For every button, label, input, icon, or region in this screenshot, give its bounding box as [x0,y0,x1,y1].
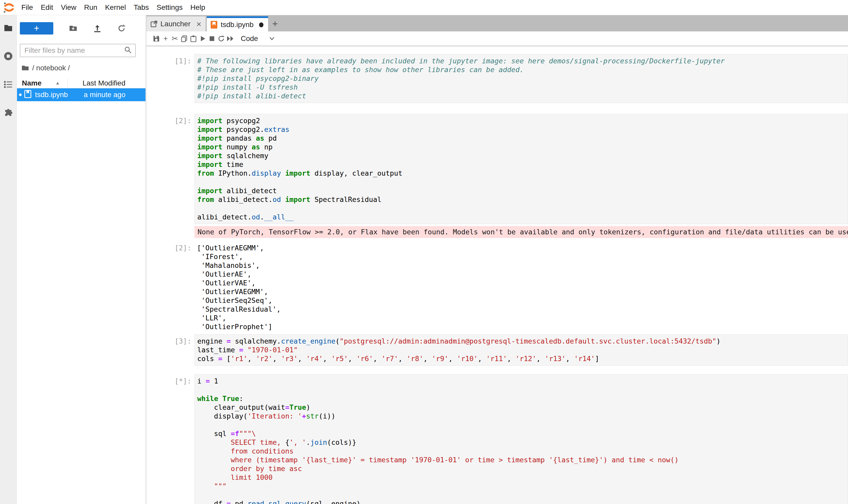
tabs: Launcher×tsdb.ipynb [146,16,269,32]
launcher-icon [150,21,157,28]
restart-icon[interactable] [217,34,226,44]
dock-tab-bar: Launcher×tsdb.ipynb + [146,15,848,32]
notebook-panel: [1]:# The following libraries have alrea… [146,46,848,504]
code-line: last_time = "1970-01-01" [197,346,848,354]
menu-item-view[interactable]: View [57,0,80,15]
code-line: #!pip install alibi-detect [197,92,848,101]
output-prompt: [2]: [146,241,194,331]
code-line: where (timestamp '{last_time}' = timesta… [197,455,848,464]
tab-label: tsdb.ipynb [221,21,259,29]
code-line: limit 1000 [197,473,848,482]
restart-run-all-icon[interactable] [226,34,235,44]
cell-editor[interactable]: import psycopg2import psycopg2.extrasimp… [194,114,848,224]
code-cell: [1]:# The following libraries have alrea… [146,54,848,103]
file-list: tsdb.ipynba minute ago [17,88,145,101]
stderr-area: None of PyTorch, TensorFlow >= 2.0, or F… [146,226,848,238]
code-line [197,385,848,394]
code-line: engine = sqlalchemy.create_engine("postg… [197,337,848,346]
close-icon[interactable]: × [196,20,201,28]
code-line: #!pip install psycopg2-binary [197,74,848,83]
execution-prompt: [3]: [146,334,194,366]
code-line: import pandas as pd [197,134,848,143]
upload-icon[interactable] [93,24,102,33]
code-line: # These are just left in as examples to … [197,66,848,74]
cell-editor[interactable]: engine = sqlalchemy.create_engine("postg… [194,334,848,366]
execution-prompt: [1]: [146,54,194,103]
menu-bar: FileEditViewRunKernelTabsSettingsHelp [0,0,848,15]
execution-result: ['OutlierAEGMM', 'IForest', 'Mahalanobis… [194,241,848,331]
code-line: import sqlalchemy [197,151,848,160]
tab-tsdb-ipynb[interactable]: tsdb.ipynb [207,16,268,32]
output-area: [2]:['OutlierAEGMM', 'IForest', 'Mahalan… [146,241,848,331]
code-line: SELECT time, {', '.join(cols)} [197,438,848,447]
file-list-header: Name ▲ Last Modified [17,78,145,88]
breadcrumb-path: / notebook / [32,64,70,72]
search-icon [124,46,132,55]
file-browser-panel: + / notebook / Name ▲ Last Modified tsdb… [17,15,146,504]
filter-files-input[interactable] [20,46,124,55]
code-line: df = pd.read_sql_query(sql, engine) [197,499,848,504]
cell-editor[interactable]: i = 1while True: clear_output(wait=True)… [194,374,848,504]
menu-item-settings[interactable]: Settings [153,0,186,15]
activity-bar [0,15,17,504]
filter-box [20,44,136,57]
notebook-icon [211,21,218,29]
menu-item-run[interactable]: Run [80,0,101,15]
menu-item-edit[interactable]: Edit [37,0,57,15]
code-line: #!pip install -U tsfresh [197,83,848,92]
code-line [197,491,848,499]
code-cell: [2]:import psycopg2import psycopg2.extra… [146,114,848,224]
notebook-icon [24,90,32,100]
execution-prompt: [2]: [146,114,194,224]
running-kernels-icon[interactable] [3,51,13,61]
paste-icon[interactable] [189,34,198,44]
code-line: # The following libraries have already b… [197,57,848,66]
extensions-icon[interactable] [3,108,13,118]
table-of-contents-icon[interactable] [3,79,13,89]
stop-icon[interactable] [207,34,217,44]
menu-item-kernel[interactable]: Kernel [101,0,130,15]
file-browser-toolbar: + [17,15,145,37]
new-folder-icon[interactable] [69,24,77,33]
new-launcher-button[interactable]: + [20,22,53,35]
unsaved-dot [259,22,264,27]
file-name: tsdb.ipynb [35,91,84,99]
run-icon[interactable] [198,34,207,44]
tab-launcher[interactable]: Launcher× [146,16,206,32]
code-line: order by time asc [197,464,848,473]
new-tab-button[interactable]: + [269,16,281,32]
code-line: clear_output(wait=True) [197,403,848,412]
code-line: from conditions [197,447,848,455]
cell-editor[interactable]: # The following libraries have already b… [194,54,848,103]
column-header-name[interactable]: Name ▲ [17,79,68,87]
column-header-last-modified[interactable]: Last Modified [68,78,145,88]
code-line: alibi_detect.od.__all__ [197,213,848,221]
file-row-tsdb.ipynb[interactable]: tsdb.ipynba minute ago [17,88,145,101]
menu-item-tabs[interactable]: Tabs [130,0,153,15]
code-line: from alibi_detect.od import SpectralResi… [197,195,848,204]
code-line: import psycopg2.extras [197,125,848,134]
menu-items: FileEditViewRunKernelTabsSettingsHelp [18,0,209,15]
code-line: i = 1 [197,377,848,385]
folder-icon[interactable] [3,23,13,33]
insert-cell-icon[interactable]: + [161,34,170,44]
sort-asc-arrow-icon: ▲ [55,80,60,86]
execution-prompt: [*]: [146,374,194,504]
copy-icon[interactable] [180,34,189,44]
save-icon[interactable] [152,34,161,44]
cut-icon[interactable]: ✂ [170,34,180,44]
code-line: """ [197,482,848,491]
code-line: cols = ['r1', 'r2', 'r3', 'r4', 'r5', 'r… [197,354,848,363]
stderr-message: None of PyTorch, TensorFlow >= 2.0, or F… [194,226,848,238]
cell-type-dropdown[interactable]: Code [241,35,275,43]
refresh-icon[interactable] [117,24,126,33]
breadcrumb[interactable]: / notebook / [21,64,145,72]
menu-item-file[interactable]: File [18,0,37,15]
unsaved-dot [19,93,22,96]
code-line: from IPython.display import display, cle… [197,169,848,178]
chevron-down-icon [269,37,275,41]
code-line [197,420,848,429]
notebook-toolbar: + ✂ Code [146,32,848,46]
code-cell: [3]:engine = sqlalchemy.create_engine("p… [146,334,848,366]
menu-item-help[interactable]: Help [186,0,209,15]
